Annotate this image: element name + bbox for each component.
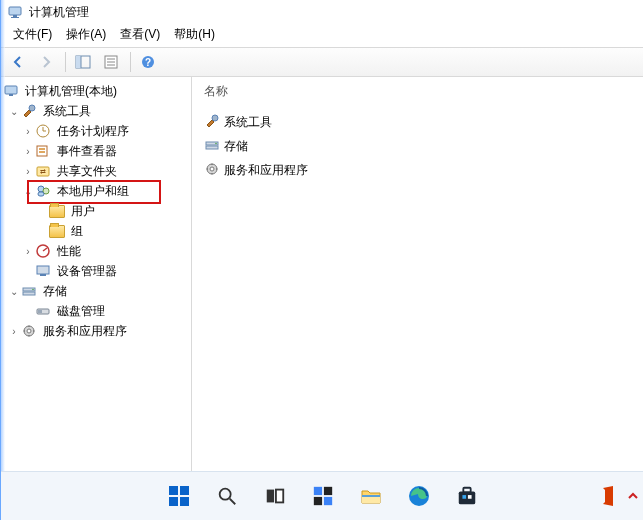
tree-item-users[interactable]: 用户 xyxy=(1,201,191,221)
toolbar-separator xyxy=(130,52,131,72)
svg-rect-34 xyxy=(38,310,42,313)
svg-text:⇄: ⇄ xyxy=(40,168,46,175)
taskbar-tray-overflow-icon[interactable] xyxy=(624,476,642,516)
storage-icon xyxy=(204,137,220,156)
tree-label: 事件查看器 xyxy=(55,142,119,161)
svg-rect-2 xyxy=(11,17,19,18)
svg-point-36 xyxy=(27,329,31,333)
svg-rect-20 xyxy=(39,151,45,153)
list-item-services-apps[interactable]: 服务和应用程序 xyxy=(200,158,636,182)
tree-root[interactable]: 计算机管理(本地) xyxy=(1,81,191,101)
expander-icon[interactable]: › xyxy=(21,146,35,157)
tree-pane[interactable]: 计算机管理(本地) ⌄ 系统工具 › xyxy=(1,77,192,477)
svg-rect-43 xyxy=(169,486,178,495)
tree-item-groups[interactable]: 组 xyxy=(1,221,191,241)
menu-bar: 文件(F) 操作(A) 查看(V) 帮助(H) xyxy=(1,22,643,47)
taskbar-file-explorer-icon[interactable] xyxy=(351,476,391,516)
tree-item-device-manager[interactable]: 设备管理器 xyxy=(1,261,191,281)
svg-point-37 xyxy=(212,115,218,121)
event-viewer-icon xyxy=(35,143,51,159)
svg-rect-61 xyxy=(467,495,471,499)
toolbar: ? xyxy=(1,47,643,77)
taskbar-search-icon[interactable] xyxy=(207,476,247,516)
services-icon xyxy=(204,161,220,180)
svg-rect-53 xyxy=(313,497,321,505)
tree-item-disk-management[interactable]: 磁盘管理 xyxy=(1,301,191,321)
menu-view[interactable]: 查看(V) xyxy=(120,26,160,43)
svg-rect-39 xyxy=(206,146,218,149)
svg-rect-44 xyxy=(180,486,189,495)
tree-item-services-apps[interactable]: › 服务和应用程序 xyxy=(1,321,191,341)
folder-icon xyxy=(49,203,65,219)
svg-rect-0 xyxy=(9,7,21,15)
tree-item-system-tools[interactable]: ⌄ 系统工具 xyxy=(1,101,191,121)
menu-help[interactable]: 帮助(H) xyxy=(174,26,215,43)
expander-icon[interactable]: › xyxy=(21,246,35,257)
svg-rect-13 xyxy=(9,94,13,96)
taskbar-edge-icon[interactable] xyxy=(399,476,439,516)
expander-icon[interactable]: ⌄ xyxy=(7,286,21,297)
app-icon xyxy=(7,4,23,20)
svg-rect-59 xyxy=(463,488,470,493)
list-item-label: 存储 xyxy=(224,138,248,155)
toolbar-separator xyxy=(65,52,66,72)
storage-icon xyxy=(21,283,37,299)
tree-item-event-viewer[interactable]: › 事件查看器 xyxy=(1,141,191,161)
svg-rect-58 xyxy=(458,491,475,504)
shared-folders-icon: ⇄ xyxy=(35,163,51,179)
column-header-name[interactable]: 名称 xyxy=(200,81,636,110)
svg-rect-46 xyxy=(180,497,189,506)
expander-icon[interactable]: › xyxy=(21,126,35,137)
expander-icon[interactable]: › xyxy=(21,166,35,177)
tree-item-shared-folders[interactable]: › ⇄ 共享文件夹 xyxy=(1,161,191,181)
window-title: 计算机管理 xyxy=(29,4,89,21)
svg-point-42 xyxy=(210,167,214,171)
properties-button[interactable] xyxy=(98,49,124,75)
expander-icon[interactable]: › xyxy=(7,326,21,337)
svg-rect-28 xyxy=(37,266,49,274)
svg-point-32 xyxy=(32,289,34,291)
taskbar-office-icon[interactable] xyxy=(596,476,622,516)
svg-rect-31 xyxy=(23,292,35,295)
taskbar-store-icon[interactable] xyxy=(447,476,487,516)
tools-icon xyxy=(204,113,220,132)
computer-management-icon xyxy=(3,83,19,99)
tree-item-task-scheduler[interactable]: › 任务计划程序 xyxy=(1,121,191,141)
show-hide-tree-button[interactable] xyxy=(70,49,96,75)
svg-point-14 xyxy=(29,105,35,111)
clock-icon xyxy=(35,123,51,139)
list-pane[interactable]: 名称 系统工具 存储 xyxy=(192,77,643,477)
svg-rect-56 xyxy=(362,495,380,497)
svg-text:?: ? xyxy=(145,57,151,68)
svg-line-27 xyxy=(43,248,47,251)
tree-item-performance[interactable]: › 性能 xyxy=(1,241,191,261)
svg-rect-49 xyxy=(266,490,273,503)
menu-action[interactable]: 操作(A) xyxy=(66,26,106,43)
expander-icon[interactable]: ⌄ xyxy=(7,106,21,117)
svg-point-47 xyxy=(219,489,230,500)
disk-management-icon xyxy=(35,303,51,319)
taskbar-widgets-icon[interactable] xyxy=(303,476,343,516)
menu-file[interactable]: 文件(F) xyxy=(13,26,52,43)
back-button[interactable] xyxy=(5,49,31,75)
list-item-storage[interactable]: 存储 xyxy=(200,134,636,158)
svg-rect-12 xyxy=(5,86,17,94)
svg-rect-54 xyxy=(323,497,331,505)
svg-rect-1 xyxy=(13,15,17,17)
help-button[interactable]: ? xyxy=(135,49,161,75)
tree-root-label: 计算机管理(本地) xyxy=(23,82,119,101)
tree-label: 磁盘管理 xyxy=(55,302,107,321)
svg-line-48 xyxy=(229,499,235,505)
tree-label: 设备管理器 xyxy=(55,262,119,281)
forward-button[interactable] xyxy=(33,49,59,75)
svg-rect-19 xyxy=(39,148,45,150)
tree-label: 服务和应用程序 xyxy=(41,322,129,341)
list-item-system-tools[interactable]: 系统工具 xyxy=(200,110,636,134)
tree-item-storage[interactable]: ⌄ 存储 xyxy=(1,281,191,301)
performance-icon xyxy=(35,243,51,259)
tree-label: 性能 xyxy=(55,242,83,261)
taskbar-start-button[interactable] xyxy=(159,476,199,516)
taskbar-taskview-icon[interactable] xyxy=(255,476,295,516)
list-item-label: 服务和应用程序 xyxy=(224,162,308,179)
title-bar: 计算机管理 xyxy=(1,0,643,22)
